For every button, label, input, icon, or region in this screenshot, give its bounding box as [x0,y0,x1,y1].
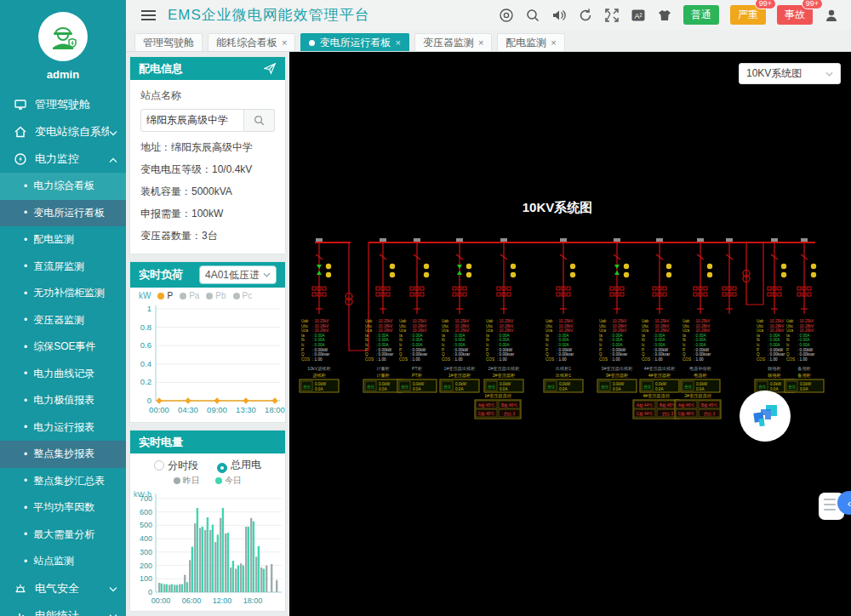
tab-close-icon[interactable]: × [551,37,556,48]
volume-icon[interactable] [551,8,567,23]
site-search-button[interactable] [244,109,275,132]
svg-text:: 0.00A: : 0.00A [312,343,325,347]
sidebar-item-无功补偿柜监测[interactable]: •无功补偿柜监测 [0,280,126,307]
alarm-badge-普通[interactable]: 普通 [683,5,719,25]
user-name: admin [0,68,126,81]
sidebar-item-电力极值报表[interactable]: •电力极值报表 [0,387,126,414]
diagram-select[interactable]: 10KV系统图 [739,63,841,84]
svg-text:COS: COS [301,357,310,362]
svg-text:0.0A: 0.0A [315,387,323,391]
sidebar-item-直流屏监测[interactable]: •直流屏监测 [0,254,126,281]
user-icon[interactable] [824,8,839,23]
legend-item-今日[interactable]: 今日 [215,475,242,487]
single-line-diagram: 10KV系统图 10KV系统图Uab: 10.25kVUbc: 10.28kVU… [289,52,851,616]
sidebar-item-电力监控[interactable]: 电力监控 [0,145,126,173]
sidebar-item-电力运行报表[interactable]: •电力运行报表 [0,414,126,442]
info-field: 变电电压等级：10/0.4kV [140,163,275,177]
svg-text:: 0.00A: : 0.00A [768,338,780,342]
tab-变压器监测[interactable]: 变压器监测× [414,33,492,51]
svg-text:: 0.00A: : 0.00A [497,338,510,342]
tab-能耗综合看板[interactable]: 能耗综合看板× [208,33,295,51]
tab-close-icon[interactable]: × [282,37,287,48]
radio-总用电[interactable]: 总用电 [217,458,261,473]
sidebar-item-配电监测[interactable]: •配电监测 [0,226,126,254]
svg-text:Uab: Uab [786,319,794,323]
load-feeder-select[interactable]: 4A01低压进 [199,265,277,284]
legend-dot [206,293,213,299]
sidebar-item-电气安全[interactable]: 电气安全 [0,575,126,602]
sidebar-item-变电站综自系统[interactable]: 变电站综自系统 [0,118,126,145]
legend-item-昨日[interactable]: 昨日 [174,475,200,487]
legend-item-Pb[interactable]: Pb [206,291,226,300]
sidebar-item-站点监测[interactable]: •站点监测 [0,548,126,575]
svg-text:Uca: Uca [399,328,407,333]
svg-text:0.0A: 0.0A [559,387,568,391]
svg-text:: 0.00kvar: : 0.00kvar [653,352,671,356]
svg-text:Uab: Uab [642,319,649,323]
svg-text:Uca: Uca [545,328,553,333]
sidebar-item-最大需量分析[interactable]: •最大需量分析 [0,522,126,549]
sidebar-item-管理驾驶舱[interactable]: 管理驾驶舱 [0,91,126,118]
bullet-icon: • [24,448,27,460]
sidebar-item-变压器监测[interactable]: •变压器监测 [0,307,126,334]
sidebar-item-整点集抄汇总表[interactable]: •整点集抄汇总表 [0,468,126,495]
tab-close-icon[interactable]: × [395,37,400,48]
tab-管理驾驶舱[interactable]: 管理驾驶舱 [134,33,203,51]
svg-text:300: 300 [140,548,152,556]
sidebar-item-电力曲线记录[interactable]: •电力曲线记录 [0,361,126,388]
search-icon[interactable] [525,8,540,23]
svg-text:0.0kW: 0.0kW [315,382,327,386]
menu-toggle-icon[interactable] [141,8,156,23]
theme-icon[interactable] [657,8,672,23]
font-size-icon[interactable]: A² [631,8,646,23]
sidebar-item-平均功率因数[interactable]: •平均功率因数 [0,494,126,522]
sidebar-item-综保SOE事件[interactable]: •综保SOE事件 [0,334,126,361]
svg-text:P: P [399,348,402,352]
todesk-logo-icon [751,402,780,431]
alarm-badge-事故[interactable]: 事故99+ [777,5,813,25]
site-name-input[interactable] [140,109,244,132]
svg-text:P: P [642,348,644,352]
legend-item-P[interactable]: P [157,291,173,300]
bullet-icon: • [24,475,27,487]
svg-text:计量柜: 计量柜 [376,366,390,371]
fullscreen-icon[interactable] [604,8,620,23]
tab-变电所运行看板[interactable]: 变电所运行看板× [300,33,408,51]
avatar[interactable] [38,12,88,61]
svg-text:4#变压器出线柜: 4#变压器出线柜 [644,366,677,372]
svg-text:: 10.25kV: : 10.25kV [453,319,470,323]
target-icon[interactable] [499,8,514,23]
tab-配电监测[interactable]: 配电监测× [497,33,564,51]
submenu-电力监控: •电力综合看板•变电所运行看板•配电监测•直流屏监测•无功补偿柜监测•变压器监测… [0,173,126,575]
sidebar-item-整点集抄报表[interactable]: •整点集抄报表 [0,441,126,468]
alarm-badge-严重[interactable]: 严重99+ [730,5,766,25]
send-icon[interactable] [264,62,277,75]
tab-close-icon[interactable]: × [478,37,483,48]
sidebar-item-变电所运行看板[interactable]: •变电所运行看板 [0,200,126,227]
svg-text:: 1.00: : 1.00 [410,357,420,362]
svg-text:10KV系统图: 10KV系统图 [523,200,593,214]
sidebar-item-电力综合看板[interactable]: •电力综合看板 [0,173,126,200]
diagram-canvas: 10KV系统图Uab: 10.25kVUbc: 10.28kVUca: 10.2… [289,52,851,616]
radio-分时段[interactable]: 分时段 [154,459,198,473]
svg-text:Ic: Ic [599,343,603,347]
svg-text:0.0kW: 0.0kW [800,382,812,386]
svg-text:合位: 合位 [488,385,496,389]
svg-text:18:00: 18:00 [265,405,285,414]
legend-item-Pa[interactable]: Pa [180,291,199,300]
svg-text:Ic: Ic [545,343,549,347]
svg-text:: 0.00A: : 0.00A [768,343,780,347]
svg-text:Ubc: Ubc [486,324,494,328]
bullet-icon: • [24,314,27,326]
svg-text:合位: 合位 [303,385,311,389]
bullet-icon: • [24,395,27,407]
svg-text:Uab: Uab [442,319,449,323]
floating-side-widget[interactable]: ‹ [819,491,851,522]
sidebar-item-电能统计[interactable]: 电能统计 [0,602,126,616]
sidebar-item-label: 电气安全 [35,581,109,596]
refresh-icon[interactable] [578,8,593,23]
svg-text:P: P [683,348,685,352]
legend-item-Pc[interactable]: Pc [233,291,253,300]
svg-text:Uca: Uca [642,328,649,333]
radio-label: 分时段 [168,459,198,471]
